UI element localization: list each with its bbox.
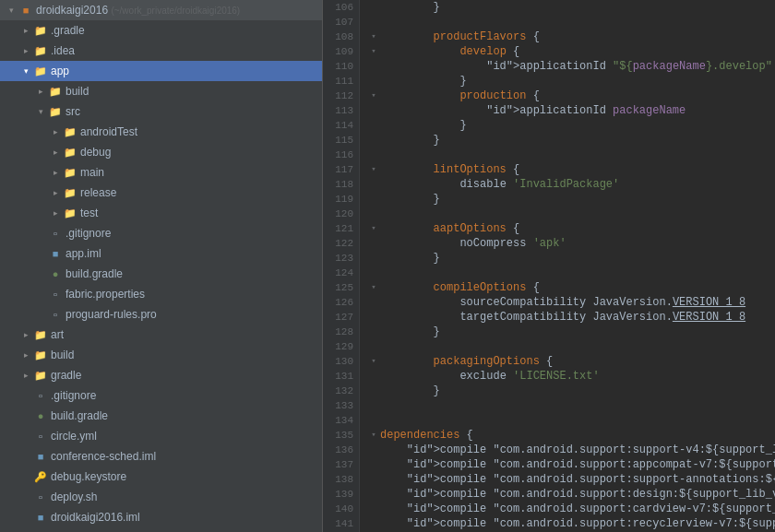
folder-icon: 📁 bbox=[63, 207, 78, 219]
sidebar-item-src[interactable]: 📁 src bbox=[0, 101, 322, 122]
debug-arrow bbox=[48, 148, 63, 157]
art-arrow bbox=[18, 330, 33, 339]
sidebar-item-debug[interactable]: 📁 debug bbox=[0, 142, 322, 162]
file-tree[interactable]: ■ droidkaigi2016 (~/work_private/droidka… bbox=[0, 0, 323, 532]
project-root[interactable]: ■ droidkaigi2016 (~/work_private/droidka… bbox=[0, 0, 322, 20]
code-line: packagingOptions { bbox=[367, 354, 768, 369]
pro-file-icon: ▫ bbox=[48, 309, 63, 320]
sidebar-item-fabric-props[interactable]: ▫ fabric.properties bbox=[0, 284, 322, 304]
sidebar-item-androidtest[interactable]: 📁 androidTest bbox=[0, 122, 322, 142]
line-number: 140 bbox=[323, 502, 353, 516]
line-number: 134 bbox=[323, 413, 353, 428]
fold-gutter bbox=[367, 44, 380, 59]
build-root-arrow bbox=[18, 350, 33, 360]
src-folder-icon: 📁 bbox=[48, 106, 63, 118]
sidebar-item-build-root[interactable]: 📁 build bbox=[0, 345, 322, 365]
code-line: dependencies { bbox=[367, 428, 768, 443]
main-label: main bbox=[80, 166, 318, 179]
sidebar-item-circle-yml[interactable]: ▫ circle.yml bbox=[0, 426, 322, 446]
sidebar-item-gradle-props[interactable]: ▫ gradle.properties bbox=[0, 527, 322, 532]
code-text bbox=[380, 207, 768, 221]
sidebar-item-build-gradle-root[interactable]: ● build.gradle bbox=[0, 406, 322, 426]
line-number: 129 bbox=[323, 339, 353, 354]
code-line: noCompress 'apk' bbox=[367, 236, 768, 251]
line-number: 135 bbox=[323, 428, 353, 443]
gitignore-icon: ▫ bbox=[48, 228, 63, 239]
code-text: } bbox=[380, 384, 768, 398]
folder-icon: 📁 bbox=[63, 187, 78, 199]
sidebar-item-build-app[interactable]: 📁 build bbox=[0, 81, 322, 101]
fold-gutter bbox=[367, 221, 380, 236]
gradle-label: .gradle bbox=[51, 24, 318, 37]
fabric-props-label: fabric.properties bbox=[66, 288, 318, 301]
gitignore-root-label: .gitignore bbox=[51, 389, 318, 402]
line-number: 107 bbox=[323, 15, 353, 30]
build-app-label: build bbox=[66, 85, 318, 98]
folder-icon: 📁 bbox=[33, 25, 48, 37]
line-number: 123 bbox=[323, 251, 353, 266]
code-content[interactable]: } productFlavors { develop { "id">applic… bbox=[360, 0, 775, 532]
sidebar-item-app[interactable]: 📁 app bbox=[0, 61, 322, 81]
sidebar-item-test[interactable]: 📁 test bbox=[0, 203, 322, 223]
idea-label: .idea bbox=[51, 44, 318, 57]
line-number: 138 bbox=[323, 472, 353, 487]
line-number: 136 bbox=[323, 443, 353, 457]
sidebar-item-conference-iml[interactable]: ■ conference-sched.iml bbox=[0, 446, 322, 467]
line-number: 141 bbox=[323, 516, 353, 531]
code-text bbox=[380, 398, 768, 413]
code-text: } bbox=[380, 118, 768, 133]
code-line bbox=[367, 413, 768, 428]
sidebar-item-build-gradle-app[interactable]: ● build.gradle bbox=[0, 264, 322, 284]
folder-icon: 📁 bbox=[63, 167, 78, 179]
code-line: "id">compile "com.android.support:cardvi… bbox=[367, 502, 768, 516]
code-text: production { bbox=[380, 89, 768, 103]
sidebar-item-idea[interactable]: 📁 .idea bbox=[0, 41, 322, 61]
droidkaigi-iml-label: droidkaigi2016.iml bbox=[51, 511, 318, 524]
code-text bbox=[380, 15, 768, 30]
gitignore-root-icon: ▫ bbox=[33, 390, 48, 401]
code-text: "id">compile "com.android.support:suppor… bbox=[380, 472, 775, 487]
sidebar-item-gradle[interactable]: 📁 .gradle bbox=[0, 20, 322, 41]
deploy-sh-label: deploy.sh bbox=[51, 491, 318, 503]
sidebar-item-debug-keystore[interactable]: 🔑 debug.keystore bbox=[0, 467, 322, 487]
folder-icon: 📁 bbox=[63, 126, 78, 138]
code-text: "id">compile "com.android.support:design… bbox=[380, 487, 775, 502]
folder-icon: 📁 bbox=[33, 45, 48, 57]
gradle-root-file-icon: ● bbox=[33, 410, 48, 421]
line-number: 109 bbox=[323, 44, 353, 59]
code-line: "id">applicationId "${packageName}.devel… bbox=[367, 59, 768, 74]
sidebar-item-gitignore-root[interactable]: ▫ .gitignore bbox=[0, 385, 322, 406]
sidebar-item-gradle-root[interactable]: 📁 gradle bbox=[0, 365, 322, 385]
code-line: develop { bbox=[367, 44, 768, 59]
code-text: "id">applicationId "${packageName}.devel… bbox=[380, 59, 772, 74]
code-text: compileOptions { bbox=[380, 280, 768, 295]
line-number: 126 bbox=[323, 295, 353, 310]
line-number: 137 bbox=[323, 457, 353, 472]
code-line: exclude 'LICENSE.txt' bbox=[367, 369, 768, 384]
line-number: 127 bbox=[323, 310, 353, 325]
code-text: dependencies { bbox=[380, 428, 768, 443]
sidebar-item-main[interactable]: 📁 main bbox=[0, 162, 322, 183]
debug-label: debug bbox=[80, 146, 318, 159]
build-root-label: build bbox=[51, 349, 318, 361]
sidebar-item-proguard[interactable]: ▫ proguard-rules.pro bbox=[0, 304, 322, 325]
droid-iml-icon: ■ bbox=[33, 512, 48, 523]
sidebar-item-deploy-sh[interactable]: ▫ deploy.sh bbox=[0, 487, 322, 507]
build-app-arrow bbox=[33, 87, 48, 96]
main-arrow bbox=[48, 168, 63, 177]
code-line: "id">compile "com.android.support:design… bbox=[367, 487, 768, 502]
debug-keystore-label: debug.keystore bbox=[51, 470, 318, 483]
idea-arrow bbox=[18, 46, 33, 55]
sidebar-item-gitignore-app[interactable]: ▫ .gitignore bbox=[0, 223, 322, 243]
code-text bbox=[380, 148, 768, 162]
code-text: disable 'InvalidPackage' bbox=[380, 177, 768, 192]
code-line: } bbox=[367, 0, 768, 15]
sidebar-item-app-iml[interactable]: ■ app.iml bbox=[0, 243, 322, 264]
code-line: lintOptions { bbox=[367, 162, 768, 177]
fold-gutter bbox=[367, 89, 380, 103]
sidebar-item-droidkaigi-iml[interactable]: ■ droidkaigi2016.iml bbox=[0, 507, 322, 527]
sidebar-item-art[interactable]: 📁 art bbox=[0, 325, 322, 345]
project-icon: ■ bbox=[18, 5, 33, 16]
code-line: } bbox=[367, 384, 768, 398]
sidebar-item-release[interactable]: 📁 release bbox=[0, 183, 322, 203]
